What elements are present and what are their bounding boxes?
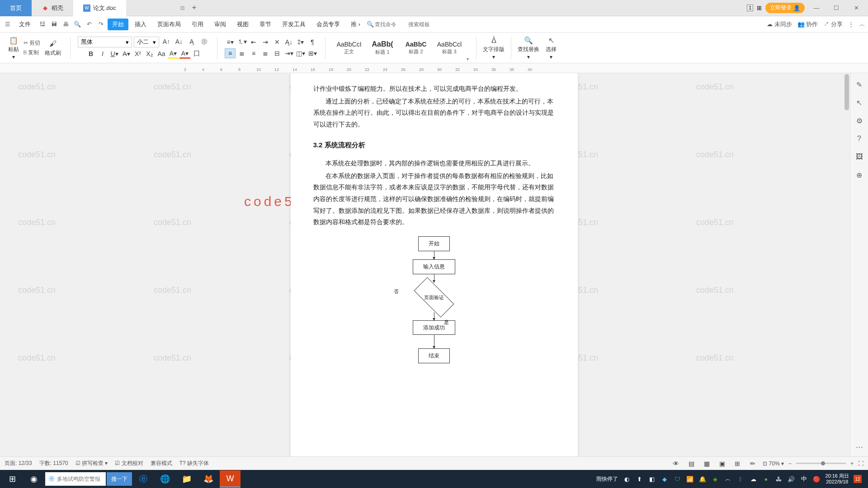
taskbar-search-btn[interactable]: 搜一下: [107, 472, 132, 486]
font-color-button[interactable]: A▾: [179, 49, 190, 59]
menu-layout[interactable]: 页面布局: [153, 19, 185, 30]
underline-button[interactable]: U▾: [109, 49, 120, 59]
heading-3-2[interactable]: 3.2 系统流程分析: [313, 139, 555, 152]
superscript-button[interactable]: X²: [132, 49, 143, 59]
sort-button[interactable]: Ą↓: [283, 37, 294, 47]
shading-button[interactable]: ◫▾: [295, 48, 306, 58]
strike-button[interactable]: A̶▾: [121, 49, 132, 59]
find-replace-button[interactable]: 🔍查找替换▾: [516, 35, 541, 60]
pen-icon[interactable]: ✎: [854, 80, 864, 89]
menu-more[interactable]: 推 ›: [346, 19, 365, 30]
scrollbar[interactable]: [843, 73, 850, 456]
template-search-input[interactable]: [408, 21, 440, 28]
chrome-icon[interactable]: 🌐: [155, 470, 175, 488]
weather-widget[interactable]: 雨快停了: [596, 475, 618, 483]
align-distribute-button[interactable]: ⊟: [272, 48, 283, 58]
eye-icon[interactable]: 👁: [670, 459, 681, 469]
explorer-icon[interactable]: 📁: [176, 470, 197, 488]
menu-vip[interactable]: 会员专享: [312, 19, 344, 30]
preview-icon[interactable]: 🔍: [72, 19, 82, 29]
maximize-button[interactable]: ☐: [828, 2, 844, 14]
format-painter-button[interactable]: 🖌格式刷: [43, 39, 63, 57]
zoom-out-button[interactable]: −: [788, 460, 792, 467]
shield-icon[interactable]: 🛡: [673, 475, 681, 483]
onedrive-icon[interactable]: ☁: [749, 475, 757, 483]
para-1[interactable]: 计作业中锻炼了编程能力。所以在技术上，可以完成电商平台的编程开发。: [313, 83, 555, 95]
help-icon[interactable]: ?: [854, 134, 864, 144]
phonetic-button[interactable]: ㊟: [199, 37, 210, 47]
grow-font-button[interactable]: A↑: [161, 37, 172, 47]
app1-icon[interactable]: 🦊: [198, 470, 219, 488]
style-h1[interactable]: AaBb(标题 1: [366, 37, 399, 59]
share-button[interactable]: ↗ 分享: [823, 20, 843, 28]
tray-3-icon[interactable]: ◧: [648, 475, 656, 483]
taskbar-clock[interactable]: 20:16 周日2022/9/18: [825, 473, 849, 485]
numbering-button[interactable]: ⒈▾: [236, 37, 247, 47]
paste-button[interactable]: 📋粘贴▾: [6, 35, 21, 60]
scrollbar-thumb[interactable]: [844, 74, 849, 110]
nvidia-icon[interactable]: ◈: [711, 475, 719, 483]
menu-section[interactable]: 章节: [255, 19, 276, 30]
apps-icon[interactable]: ⊞: [757, 5, 762, 11]
print-icon[interactable]: 🖶: [61, 19, 71, 29]
align-left-button[interactable]: ≡: [225, 48, 236, 58]
web-mode-icon[interactable]: ▣: [717, 459, 727, 469]
image-icon[interactable]: 🖼: [854, 152, 864, 162]
proofread[interactable]: ☑ 文档校对: [115, 460, 143, 467]
collapse-ribbon-icon[interactable]: ︿: [859, 20, 865, 28]
select-button[interactable]: ↖选择▾: [544, 35, 558, 60]
align-justify-button[interactable]: ≣: [260, 48, 271, 58]
wifi-icon[interactable]: 📶: [686, 475, 694, 483]
menu-view[interactable]: 视图: [232, 19, 253, 30]
tab-stops-button[interactable]: ⇥▾: [283, 48, 294, 58]
zoom-in-button[interactable]: +: [850, 460, 854, 467]
shrink-font-button[interactable]: A↓: [174, 37, 184, 47]
line-spacing-button[interactable]: ‡▾: [295, 37, 306, 47]
action-center-icon[interactable]: 12: [854, 475, 862, 483]
italic-button[interactable]: I: [97, 49, 108, 59]
align-center-button[interactable]: ≣: [236, 48, 247, 58]
sliders-icon[interactable]: ⚙: [854, 116, 864, 126]
font-select[interactable]: 黑体▾: [78, 37, 132, 47]
gear-icon[interactable]: ⊕: [854, 170, 864, 180]
page-mode-icon[interactable]: ▦: [701, 459, 712, 469]
missing-fonts[interactable]: T? 缺失字体: [179, 460, 209, 467]
style-normal[interactable]: AaBbCcI正文: [333, 37, 365, 59]
more-icon[interactable]: ⋯: [854, 442, 864, 452]
show-marks-button[interactable]: ¶: [307, 37, 318, 47]
highlight-button[interactable]: A▾: [168, 49, 179, 59]
tab-overflow-icon[interactable]: ⧉: [180, 5, 184, 12]
hamburger-icon[interactable]: ☰: [3, 19, 13, 29]
sogou-icon[interactable]: 🔴: [812, 475, 821, 483]
outline-mode-icon[interactable]: ⊞: [732, 459, 743, 469]
borders-button[interactable]: ⊞▾: [307, 48, 318, 58]
menu-dev[interactable]: 开发工具: [278, 19, 310, 30]
sync-status[interactable]: ☁ 未同步: [767, 20, 792, 28]
command-search-input[interactable]: [375, 21, 406, 28]
minimize-button[interactable]: —: [808, 2, 825, 14]
template-search[interactable]: [408, 21, 440, 28]
indent-dec-button[interactable]: ⇤: [248, 37, 259, 47]
bullets-button[interactable]: ≡▾: [225, 37, 236, 47]
start-button[interactable]: ⊞: [2, 470, 23, 488]
para-2[interactable]: 通过上面的分析，已经确定了本系统在经济上的可行，本系统在技术上的可行，本系统在操…: [313, 96, 555, 131]
network-icon[interactable]: 🖧: [774, 475, 783, 483]
char-border-button[interactable]: 囗: [191, 49, 202, 59]
new-tab-button[interactable]: +: [188, 2, 201, 14]
cut-button[interactable]: ✂剪切: [22, 39, 42, 47]
word-count[interactable]: 字数: 11570: [39, 460, 68, 467]
tray-2-icon[interactable]: ⬆: [635, 475, 643, 483]
login-button[interactable]: 立即登录👤: [765, 3, 805, 13]
subscript-button[interactable]: X₂: [144, 49, 155, 59]
page-indicator[interactable]: 页面: 12/33: [5, 460, 32, 467]
command-search[interactable]: 🔍: [367, 21, 406, 28]
para-4[interactable]: 在本系统的数据录入页面，对于操作者提供的每条数据都有相应的检验规则，比如数据信息…: [313, 170, 555, 228]
asian-layout-button[interactable]: ✕: [272, 37, 283, 47]
clear-format-button[interactable]: Ą: [186, 37, 197, 47]
read-mode-icon[interactable]: ▤: [686, 459, 697, 469]
save-icon[interactable]: 🖫: [37, 19, 47, 29]
style-h3[interactable]: AaBbCcl标题 3: [433, 37, 466, 59]
grid1-icon[interactable]: 1: [747, 5, 753, 11]
tab-docker[interactable]: ◆稻壳: [32, 0, 73, 16]
fullscreen-icon[interactable]: ⛶: [858, 460, 863, 467]
